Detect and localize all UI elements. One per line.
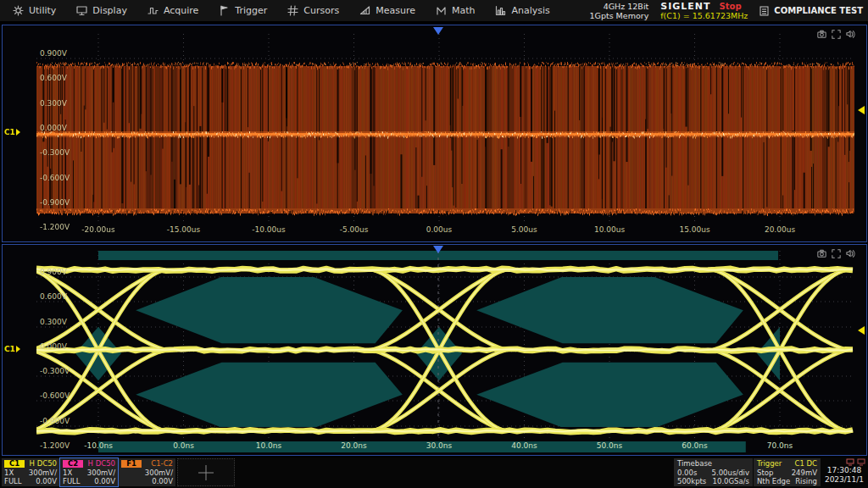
expand-button[interactable]: [832, 246, 841, 262]
eye-diagram-plot: [3, 245, 865, 455]
math-icon: [436, 5, 447, 16]
acquire-icon: [147, 5, 159, 16]
timebase-label: Timebase: [677, 459, 712, 469]
menu-item-label: Utility: [29, 5, 56, 16]
y-axis-label: -0.300V: [40, 367, 70, 375]
add-channel-button[interactable]: [177, 458, 235, 486]
add-channel-icon: [197, 463, 215, 482]
menu-bar: UtilityDisplayAcquireTriggerCursorsMeasu…: [0, 0, 868, 21]
trigger-box[interactable]: Trigger C1 DC Stop249mV Nth EdgeRising: [754, 458, 821, 486]
menu-item-label: Display: [92, 5, 127, 16]
compliance-test-tab[interactable]: COMPLIANCE TEST: [760, 6, 863, 16]
capture-waveform: [36, 59, 854, 220]
expand-button[interactable]: [832, 26, 841, 42]
f1-badge: F1: [121, 460, 142, 468]
x-axis-label: 20.0ns: [341, 441, 366, 450]
measure-icon: [359, 5, 370, 16]
capture-panel-toolbar: [817, 26, 855, 42]
datetime-block: 17:30:48 2023/11/1: [822, 458, 866, 485]
channel-box-c1[interactable]: C1 H DC50 1X300mV/ FULL0.00V: [2, 458, 59, 486]
camera-icon: [817, 30, 826, 39]
y-axis-label: -0.600V: [40, 174, 70, 182]
lan-icon[interactable]: [846, 458, 854, 466]
menu-item-trigger[interactable]: Trigger: [213, 0, 281, 21]
timebase-box[interactable]: Timebase 0.00s5.00us/div 500kpts10.0GSa/…: [674, 458, 753, 486]
frequency-readout: f(C1) = 15.61723MHz: [660, 11, 748, 20]
speaker-icon: [846, 30, 855, 39]
trigger-position-marker[interactable]: [433, 27, 443, 35]
x-axis-label: 0.0ns: [173, 441, 194, 450]
y-axis-label: -0.600V: [40, 391, 70, 400]
status-bar: C1 H DC50 1X300mV/ FULL0.00V C2 H DC50 1…: [0, 458, 868, 488]
y-axis-label: 0.300V: [40, 318, 67, 326]
speaker-button[interactable]: [846, 246, 855, 262]
y-axis-label: -1.200V: [40, 441, 70, 450]
compliance-test-label: COMPLIANCE TEST: [774, 6, 863, 15]
y-axis-label: 0.900V: [40, 268, 67, 276]
trigger-position-marker[interactable]: [433, 246, 443, 253]
analysis-icon: [495, 5, 506, 16]
run-state-badge[interactable]: Stop: [720, 2, 742, 11]
x-axis-label: 5.00us: [511, 225, 537, 234]
menu-item-label: Analysis: [511, 5, 549, 16]
menu-item-acquire[interactable]: Acquire: [142, 0, 213, 21]
menu-item-label: Acquire: [164, 5, 198, 16]
x-axis-label: -10.00us: [252, 225, 285, 234]
display-icon: [76, 5, 87, 16]
camera-icon: [817, 249, 826, 258]
clock-date: 2023/11/1: [822, 475, 866, 485]
channel-box-f1[interactable]: F1 C1-C2 300mV/ 0.00V: [119, 458, 175, 486]
memory-label: 1Gpts Memory: [589, 11, 648, 20]
y-axis-label: 0.300V: [40, 99, 67, 108]
y-axis-label: 0.000V: [40, 342, 67, 351]
right-arrow-icon: [16, 129, 20, 136]
trigger-level-marker[interactable]: [858, 326, 865, 335]
menu-item-analysis[interactable]: Analysis: [489, 0, 564, 21]
y-axis-label: -1.200V: [40, 223, 70, 231]
menu-item-math[interactable]: Math: [430, 0, 490, 21]
x-axis-label: 70.0ns: [767, 441, 793, 450]
y-axis-label: 0.600V: [40, 292, 67, 301]
oscilloscope-screen: UtilityDisplayAcquireTriggerCursorsMeasu…: [0, 0, 868, 488]
brand-logo: SIGLENT: [660, 2, 710, 11]
menu-item-measure[interactable]: Measure: [353, 0, 430, 21]
menu-item-cursors[interactable]: Cursors: [281, 0, 353, 21]
channel-box-c2[interactable]: C2 H DC50 1X300mV/ FULL0.00V: [60, 458, 118, 486]
channel-offset-marker[interactable]: C1: [4, 345, 20, 353]
bandwidth-label: 4GHz 12Bit: [589, 2, 648, 11]
gear-icon: [13, 5, 24, 16]
x-axis-label: -10.0ns: [84, 441, 113, 450]
x-axis-label: 50.0ns: [597, 441, 622, 450]
trigger-label: Trigger: [757, 459, 782, 469]
c2-badge: C2: [63, 460, 83, 468]
channel-offset-marker[interactable]: C1: [4, 128, 20, 136]
menu-item-label: Trigger: [235, 5, 267, 16]
camera-button[interactable]: [817, 26, 826, 42]
x-axis-label: 40.0ns: [511, 441, 537, 450]
speaker-button[interactable]: [846, 26, 855, 42]
f1-source: C1-C2: [151, 459, 173, 469]
y-axis-label: -0.900V: [40, 198, 70, 207]
trigger-source: C1 DC: [794, 459, 817, 469]
scope-specs: 4GHz 12Bit 1Gpts Memory: [589, 2, 648, 20]
c1-coupling: H DC50: [30, 459, 57, 469]
cursors-icon: [287, 5, 298, 16]
expand-icon: [832, 30, 841, 39]
menu-items: UtilityDisplayAcquireTriggerCursorsMeasu…: [0, 0, 565, 21]
x-axis-label: 0.00us: [426, 225, 452, 234]
menu-item-label: Cursors: [303, 5, 339, 16]
menu-item-display[interactable]: Display: [70, 0, 142, 21]
x-axis-label: 60.0ns: [682, 441, 707, 450]
y-axis-label: 0.000V: [40, 124, 67, 132]
trigger-level-marker[interactable]: [858, 106, 865, 114]
x-axis-label: 20.00us: [765, 225, 795, 234]
menu-item-utility[interactable]: Utility: [7, 0, 70, 21]
expand-icon: [832, 249, 841, 258]
x-axis-label: -20.00us: [81, 225, 114, 234]
y-axis-label: -0.900V: [40, 417, 70, 425]
camera-button[interactable]: [817, 246, 826, 262]
menu-item-label: Math: [452, 5, 476, 16]
flag-icon: [219, 5, 230, 16]
remote-icon[interactable]: [857, 458, 865, 466]
x-axis-label: 10.00us: [594, 225, 625, 234]
